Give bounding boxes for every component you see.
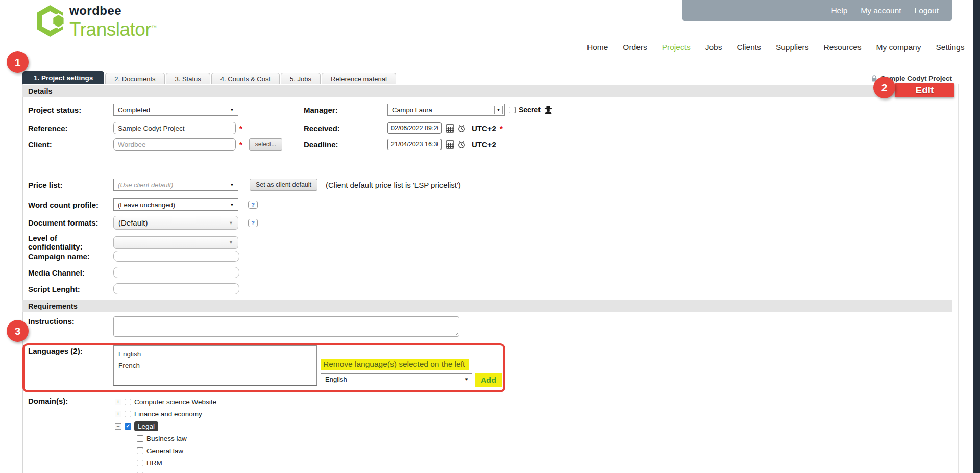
chevron-down-icon[interactable]: ▼ [228, 106, 236, 114]
tab-project-settings[interactable]: 1. Project settings [22, 71, 104, 84]
expand-plus-icon[interactable]: + [115, 399, 121, 405]
project-status-select[interactable]: Completed ▼ [113, 104, 238, 116]
textarea-resize-handle-icon[interactable] [453, 331, 458, 335]
edit-button[interactable]: Edit [895, 83, 954, 97]
domain-label-selected[interactable]: Legal [134, 421, 158, 431]
received-date-input[interactable] [387, 122, 442, 134]
price-list-value: (Use client default) [118, 181, 173, 189]
nav-item-jobs[interactable]: Jobs [705, 43, 722, 52]
tab-counts-cost[interactable]: 4. Counts & Cost [211, 73, 280, 84]
instructions-textarea[interactable] [113, 316, 459, 337]
tab-reference-material[interactable]: Reference material [322, 73, 396, 84]
domains-tree: + Computer science Website + Finance and… [112, 395, 317, 473]
content-left-border [22, 84, 23, 473]
domain-label[interactable]: Computer science Website [134, 398, 216, 406]
trademark-symbol: ™ [151, 24, 157, 30]
chevron-down-icon[interactable]: ▼ [228, 201, 236, 209]
set-client-default-button[interactable]: Set as client default [250, 179, 317, 191]
language-option-english[interactable]: English [114, 348, 316, 360]
word-count-profile-value: (Leave unchanged) [118, 201, 175, 209]
client-select-button[interactable]: select... [249, 138, 282, 151]
deadline-date-input[interactable] [387, 139, 442, 150]
clock-icon[interactable] [457, 124, 466, 133]
logout-link[interactable]: Logout [915, 6, 939, 15]
nav-item-resources[interactable]: Resources [824, 43, 862, 52]
received-timezone: UTC+2 [472, 124, 496, 133]
secret-checkbox[interactable] [509, 107, 516, 113]
calendar-icon[interactable] [446, 140, 454, 149]
add-language-select-wrap: English ▼ [321, 373, 472, 385]
collapse-minus-icon[interactable]: − [115, 423, 121, 430]
annotation-step-3: 3 [7, 320, 29, 342]
expand-plus-icon[interactable]: + [115, 411, 121, 417]
domain-checkbox-general-law[interactable] [137, 447, 143, 454]
row-confidentiality: Level of confidentiality: ▼ [28, 234, 238, 251]
annotation-step-1: 1 [7, 51, 29, 73]
nav-item-my-company[interactable]: My company [876, 43, 921, 52]
media-channel-label: Media Channel: [28, 268, 113, 277]
client-input[interactable] [113, 138, 236, 151]
languages-listbox[interactable]: English French [113, 345, 317, 386]
tab-status[interactable]: 3. Status [166, 73, 210, 84]
add-language-select[interactable]: English ▼ [321, 373, 472, 385]
domain-label[interactable]: Finance and economy [134, 410, 202, 418]
script-length-label: Script Lenght: [28, 285, 113, 293]
domains-label: Domain(s): [28, 396, 113, 405]
domain-checkbox-finance-economy[interactable] [125, 411, 131, 417]
domain-checkbox-business-law[interactable] [137, 435, 143, 442]
add-language-button[interactable]: Add [475, 373, 502, 387]
campaign-name-input[interactable] [113, 251, 239, 262]
nav-item-clients[interactable]: Clients [737, 43, 761, 52]
deadline-group: Deadline: UTC+2 [304, 139, 496, 150]
required-asterisk: * [239, 140, 242, 149]
chevron-down-icon[interactable]: ▼ [494, 106, 503, 114]
price-list-select[interactable]: (Use client default) ▼ [113, 179, 238, 191]
media-channel-input[interactable] [113, 267, 239, 278]
row-instructions: Instructions: [28, 317, 113, 326]
nav-item-home[interactable]: Home [587, 43, 608, 52]
manager-select[interactable]: Campo Laura ▼ [387, 104, 505, 116]
row-languages: Languages (2): [28, 346, 113, 355]
required-asterisk: * [500, 124, 503, 133]
right-scrollbar-strip[interactable] [973, 0, 980, 473]
confidentiality-select[interactable]: ▼ [113, 236, 238, 249]
clock-icon[interactable] [457, 140, 466, 149]
domain-checkbox-hrm[interactable] [137, 460, 143, 466]
script-length-input[interactable] [113, 283, 239, 294]
domain-label[interactable]: HRM [146, 459, 162, 467]
price-list-label: Price list: [28, 181, 113, 189]
row-client: Client: * select... Deadline: UTC+2 [28, 138, 282, 151]
nav-item-suppliers[interactable]: Suppliers [776, 43, 809, 52]
project-status-value: Completed [118, 106, 150, 114]
main-nav: Home Orders Projects Jobs Clients Suppli… [587, 43, 964, 52]
chevron-down-icon[interactable]: ▼ [228, 181, 236, 189]
tab-documents[interactable]: 2. Documents [105, 73, 164, 84]
domain-label[interactable]: General law [146, 447, 183, 455]
secret-option: Secret [509, 105, 553, 114]
my-account-link[interactable]: My account [861, 6, 901, 15]
received-label: Received: [304, 124, 387, 133]
help-link[interactable]: Help [831, 6, 847, 15]
requirements-section-header: Requirements [22, 300, 952, 312]
confidentiality-label: Level of confidentiality: [28, 234, 113, 251]
document-formats-select[interactable]: (Default) ▼ [113, 216, 238, 230]
chevron-down-icon[interactable]: ▼ [464, 377, 469, 382]
reference-input[interactable] [113, 122, 236, 134]
tab-jobs[interactable]: 5. Jobs [281, 73, 321, 84]
languages-label: Languages (2): [28, 346, 113, 355]
language-option-french[interactable]: French [114, 360, 316, 371]
help-icon[interactable]: ? [248, 219, 258, 227]
help-icon[interactable]: ? [248, 201, 258, 209]
manager-label: Manager: [304, 106, 387, 114]
calendar-icon[interactable] [446, 124, 454, 133]
nav-item-orders[interactable]: Orders [623, 43, 647, 52]
row-domains: Domain(s): [28, 396, 113, 405]
nav-item-projects[interactable]: Projects [662, 43, 691, 52]
domain-checkbox-legal[interactable] [125, 423, 131, 430]
word-count-profile-select[interactable]: (Leave unchanged) ▼ [113, 198, 238, 211]
project-status-label: Project status: [28, 106, 113, 114]
nav-item-settings[interactable]: Settings [936, 43, 964, 52]
domain-checkbox-computer-science[interactable] [125, 399, 131, 405]
project-tabs: 1. Project settings 2. Documents 3. Stat… [22, 71, 397, 84]
domain-label[interactable]: Business law [146, 435, 187, 442]
